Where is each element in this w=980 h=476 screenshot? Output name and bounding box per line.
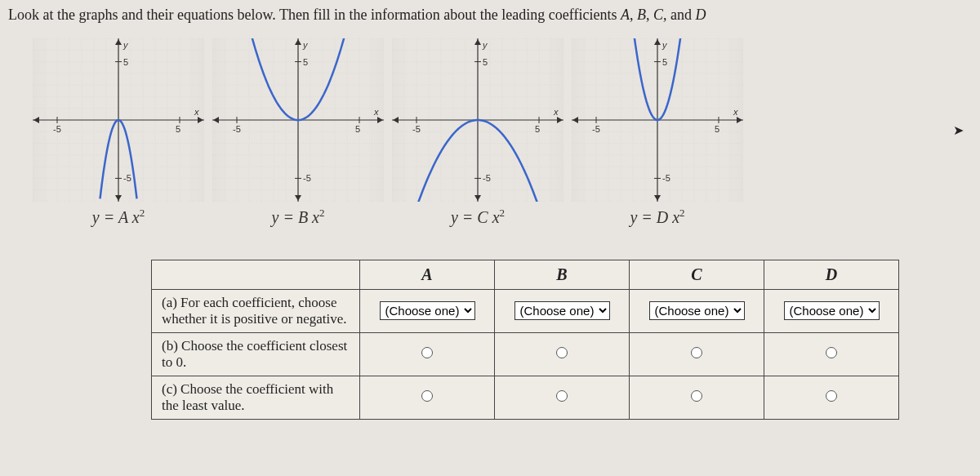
chart-plot-C: x y -5-555 bbox=[392, 38, 564, 202]
svg-text:5: 5 bbox=[303, 57, 308, 67]
svg-text:y: y bbox=[662, 40, 668, 50]
chart-label-C: y = C x2 bbox=[451, 207, 505, 227]
cursor-icon: ➤ bbox=[953, 122, 964, 138]
svg-text:-5: -5 bbox=[303, 173, 311, 183]
col-header-C: C bbox=[630, 260, 764, 289]
select-0-B[interactable]: (Choose one) bbox=[514, 301, 610, 320]
radio-2-D[interactable] bbox=[826, 390, 837, 402]
chart-plot-B: x y -5-555 bbox=[212, 38, 384, 202]
radio-1-C[interactable] bbox=[691, 347, 702, 358]
chart-label-D: y = D x2 bbox=[630, 207, 684, 227]
svg-marker-125 bbox=[393, 117, 399, 123]
chart-block-A: x y -5-555 y = A x2 bbox=[33, 38, 204, 227]
radio-1-B[interactable] bbox=[556, 347, 568, 358]
svg-marker-80 bbox=[295, 39, 301, 45]
svg-marker-79 bbox=[213, 117, 219, 123]
chart-label-A: y = A x2 bbox=[92, 207, 145, 227]
col-header-B: B bbox=[495, 260, 630, 289]
answer-table: ABCD(a) For each coefficient, choose whe… bbox=[151, 260, 899, 420]
chart-label-B: y = B x2 bbox=[272, 207, 325, 227]
svg-text:y: y bbox=[482, 40, 488, 50]
svg-text:5: 5 bbox=[662, 57, 667, 67]
chart-plot-D: x y -5-555 bbox=[572, 38, 743, 202]
select-0-C[interactable]: (Choose one) bbox=[649, 301, 745, 320]
svg-marker-33 bbox=[33, 117, 39, 123]
svg-marker-32 bbox=[198, 117, 203, 123]
svg-text:5: 5 bbox=[355, 124, 360, 134]
radio-2-A[interactable] bbox=[421, 390, 433, 402]
svg-text:x: x bbox=[553, 107, 559, 117]
svg-text:-5: -5 bbox=[592, 124, 600, 134]
radio-1-A[interactable] bbox=[421, 347, 433, 358]
svg-marker-124 bbox=[557, 117, 563, 123]
svg-marker-173 bbox=[654, 195, 661, 201]
svg-text:-5: -5 bbox=[412, 124, 421, 134]
svg-marker-35 bbox=[115, 195, 122, 201]
svg-marker-171 bbox=[572, 117, 578, 123]
svg-text:5: 5 bbox=[715, 124, 719, 134]
svg-text:5: 5 bbox=[123, 57, 128, 67]
row-label-1: (b) Choose the coefficient closest to 0. bbox=[152, 332, 360, 376]
svg-text:-5: -5 bbox=[483, 173, 491, 183]
svg-text:y: y bbox=[302, 40, 309, 50]
svg-marker-34 bbox=[115, 39, 122, 45]
svg-text:-5: -5 bbox=[233, 124, 241, 134]
svg-marker-81 bbox=[295, 195, 301, 201]
svg-text:5: 5 bbox=[535, 124, 540, 134]
svg-text:-5: -5 bbox=[53, 124, 61, 134]
chart-block-D: x y -5-555 y = D x2 bbox=[572, 38, 743, 227]
row-label-2: (c) Choose the coefficient with the leas… bbox=[152, 376, 360, 419]
svg-text:x: x bbox=[373, 107, 379, 117]
svg-text:x: x bbox=[733, 107, 738, 117]
chart-plot-A: x y -5-555 bbox=[33, 38, 204, 202]
svg-text:5: 5 bbox=[176, 124, 180, 134]
svg-text:y: y bbox=[122, 40, 129, 50]
select-0-A[interactable]: (Choose one) bbox=[380, 301, 475, 320]
chart-block-B: x y -5-555 y = B x2 bbox=[212, 38, 384, 227]
svg-text:-5: -5 bbox=[123, 173, 131, 183]
svg-text:5: 5 bbox=[483, 57, 488, 67]
svg-marker-170 bbox=[737, 117, 742, 123]
svg-text:-5: -5 bbox=[662, 173, 670, 183]
instruction-text: Look at the graphs and their equations b… bbox=[8, 7, 972, 24]
svg-marker-78 bbox=[377, 117, 383, 123]
select-0-D[interactable]: (Choose one) bbox=[784, 301, 880, 320]
row-label-0: (a) For each coefficient, choose whether… bbox=[152, 289, 360, 332]
radio-2-B[interactable] bbox=[556, 390, 568, 402]
svg-marker-172 bbox=[654, 39, 661, 45]
svg-text:x: x bbox=[194, 107, 199, 117]
svg-marker-126 bbox=[474, 39, 481, 45]
charts-row: x y -5-555 y = A x2 x y -5-555 y = B x2 … bbox=[33, 38, 972, 227]
col-header-D: D bbox=[764, 260, 899, 289]
radio-2-C[interactable] bbox=[691, 390, 702, 402]
col-header-A: A bbox=[360, 260, 495, 289]
svg-marker-127 bbox=[474, 195, 481, 201]
radio-1-D[interactable] bbox=[826, 347, 837, 358]
chart-block-C: x y -5-555 y = C x2 bbox=[392, 38, 564, 227]
